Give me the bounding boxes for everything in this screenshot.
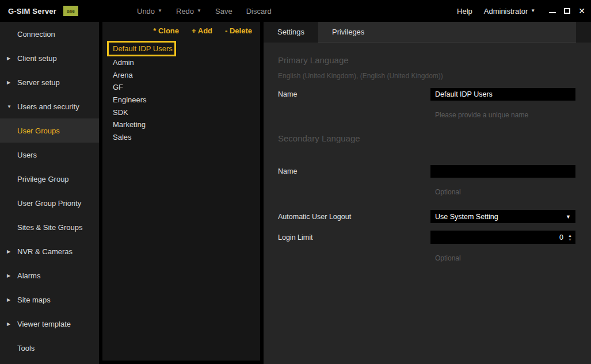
title-bar: G-SIM Server sale Undo ▼ Redo ▼ Save Dis… xyxy=(0,0,591,22)
list-item[interactable]: SDK xyxy=(102,106,260,119)
dropdown-arrow-icon: ▼ xyxy=(566,214,571,220)
help-button[interactable]: Help xyxy=(457,7,472,16)
list-toolbar: * Clone + Add - Delete xyxy=(153,26,252,35)
edit-actions: Undo ▼ Redo ▼ Save Discard xyxy=(137,7,272,16)
sidebar-nav: Connection ▶ Client setup ▶ Server setup… xyxy=(0,22,99,364)
discard-button[interactable]: Discard xyxy=(246,7,272,16)
redo-button[interactable]: Redo ▼ xyxy=(176,7,201,16)
sidebar-item-sites-and-site-groups[interactable]: Sites & Site Groups xyxy=(0,215,99,239)
close-icon[interactable]: ✕ xyxy=(578,7,585,15)
name-label: Name xyxy=(278,167,430,175)
sidebar-item-users[interactable]: Users xyxy=(0,143,99,167)
tab-bar: Settings Privileges xyxy=(264,22,591,43)
chevron-down-icon: ▼ xyxy=(158,9,162,13)
sidebar-item-client-setup[interactable]: ▶ Client setup xyxy=(0,46,99,70)
secondary-language-heading: Secondary Language xyxy=(278,133,591,143)
automatic-logout-label: Automatic User Logout xyxy=(278,213,430,221)
unique-name-hint: Please provide a unique name xyxy=(435,111,591,119)
name-label: Name xyxy=(278,90,430,98)
chevron-down-icon: ▼ xyxy=(531,9,535,13)
sidebar-item-viewer-template[interactable]: ▶ Viewer template xyxy=(0,312,99,336)
window-controls: ✕ xyxy=(549,7,585,15)
secondary-name-input[interactable] xyxy=(430,165,575,178)
expand-arrow-icon: ▶ xyxy=(7,273,15,278)
sidebar-item-server-setup[interactable]: ▶ Server setup xyxy=(0,70,99,94)
list-item[interactable]: Marketing xyxy=(102,118,260,131)
list-item[interactable]: Engineers xyxy=(102,94,260,106)
sidebar-item-tools[interactable]: Tools xyxy=(0,336,99,360)
primary-name-row: Name xyxy=(278,88,591,101)
clone-button[interactable]: * Clone xyxy=(153,26,179,35)
spin-up-icon[interactable]: ▲ xyxy=(568,233,572,237)
collapse-arrow-icon: ▼ xyxy=(7,104,15,109)
add-button[interactable]: + Add xyxy=(192,26,212,35)
expand-arrow-icon: ▶ xyxy=(7,297,15,302)
automatic-logout-row: Automatic User Logout Use System Setting… xyxy=(278,210,591,223)
minimize-icon[interactable] xyxy=(549,9,556,13)
sidebar-item-user-group-priority[interactable]: User Group Priority xyxy=(0,191,99,215)
expand-arrow-icon: ▶ xyxy=(7,80,15,85)
automatic-logout-select[interactable]: Use System Setting ▼ xyxy=(430,210,575,223)
undo-button[interactable]: Undo ▼ xyxy=(137,7,162,16)
expand-arrow-icon: ▶ xyxy=(7,56,15,61)
tab-privileges[interactable]: Privileges xyxy=(318,22,378,43)
brand-logo-icon: sale xyxy=(63,6,78,16)
sidebar-item-users-and-security[interactable]: ▼ Users and security xyxy=(0,94,99,118)
window-actions: Help Administrator ▼ ✕ xyxy=(457,7,585,16)
login-limit-value: 0 xyxy=(435,233,568,242)
primary-language-subtitle: English (United Kingdom), (English (Unit… xyxy=(278,72,591,80)
login-limit-row: Login Limit 0 ▲ ▼ xyxy=(278,231,591,244)
sidebar-item-site-maps[interactable]: ▶ Site maps xyxy=(0,288,99,312)
spin-down-icon[interactable]: ▼ xyxy=(568,237,572,242)
chevron-down-icon: ▼ xyxy=(197,9,201,13)
optional-hint: Optional xyxy=(435,254,591,262)
login-limit-stepper[interactable]: 0 ▲ ▼ xyxy=(430,231,575,244)
settings-form: Primary Language English (United Kingdom… xyxy=(264,55,591,262)
expand-arrow-icon: ▶ xyxy=(7,321,15,327)
primary-name-input[interactable] xyxy=(430,88,575,101)
detail-panel: Settings Privileges Primary Language Eng… xyxy=(264,22,591,364)
delete-button[interactable]: - Delete xyxy=(225,26,252,35)
optional-hint: Optional xyxy=(435,188,591,196)
user-menu-button[interactable]: Administrator ▼ xyxy=(484,7,536,16)
sidebar-item-user-groups[interactable]: User Groups xyxy=(0,118,99,143)
sidebar-item-alarms[interactable]: ▶ Alarms xyxy=(0,263,99,288)
secondary-name-row: Name xyxy=(278,165,591,178)
expand-arrow-icon: ▶ xyxy=(7,249,15,254)
sidebar-item-connection[interactable]: Connection xyxy=(0,22,99,46)
sidebar-item-nvr-and-cameras[interactable]: ▶ NVR & Cameras xyxy=(0,239,99,263)
list-item[interactable]: Sales xyxy=(102,131,260,144)
list-item-selected-highlight[interactable]: Default IDP Users xyxy=(107,41,176,56)
tab-settings[interactable]: Settings xyxy=(264,22,318,43)
maximize-icon[interactable] xyxy=(564,8,570,14)
user-groups-list-panel: * Clone + Add - Delete Default IDP Users… xyxy=(99,22,264,364)
primary-language-heading: Primary Language xyxy=(278,55,591,65)
app-title: G-SIM Server xyxy=(8,7,56,16)
sidebar-item-privilege-group[interactable]: Privilege Group xyxy=(0,167,99,191)
list-item[interactable]: Arena xyxy=(102,69,260,82)
list-item[interactable]: Admin xyxy=(102,56,260,69)
user-groups-list: Default IDP Users Admin Arena GF Enginee… xyxy=(102,41,260,144)
list-item[interactable]: GF xyxy=(102,81,260,94)
login-limit-label: Login Limit xyxy=(278,233,430,242)
save-button[interactable]: Save xyxy=(215,7,232,16)
